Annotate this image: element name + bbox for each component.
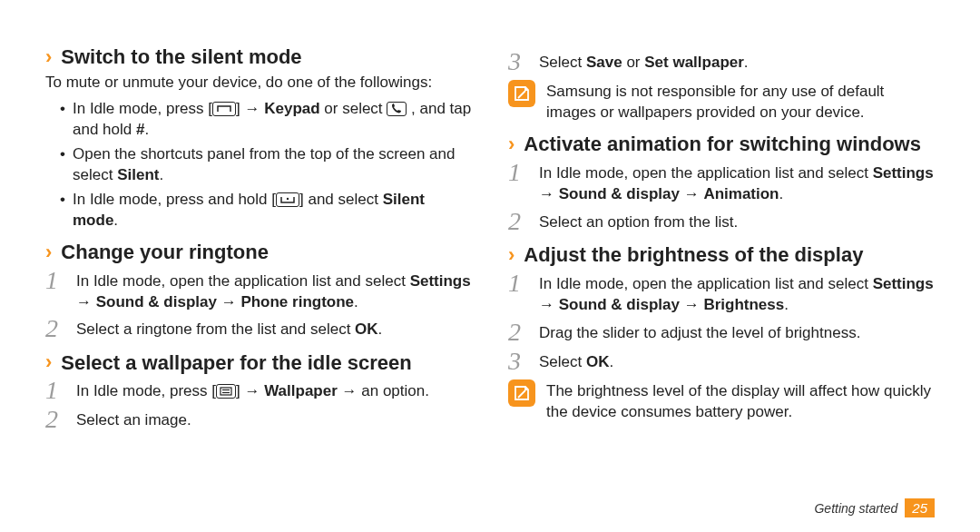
step: 3 Select Save or Set wallpaper. bbox=[508, 49, 935, 74]
section-title: Change your ringtone bbox=[61, 241, 269, 263]
section-title: Select a wallpaper for the idle screen bbox=[61, 351, 411, 374]
step-number: 2 bbox=[508, 320, 528, 345]
note-text: Samsung is not responsible for any use o… bbox=[546, 80, 935, 123]
step-number: 1 bbox=[508, 271, 528, 296]
section-title: Switch to the silent mode bbox=[61, 45, 301, 68]
section-title: Activate animation for switching windows bbox=[524, 133, 921, 155]
menu-key-icon bbox=[216, 384, 236, 399]
step-number: 2 bbox=[45, 407, 65, 432]
step-text: In Idle mode, open the application list … bbox=[539, 271, 935, 316]
note: Samsung is not responsible for any use o… bbox=[508, 80, 935, 123]
step-number: 3 bbox=[508, 49, 528, 74]
note: The brightness level of the display will… bbox=[508, 379, 935, 423]
page-number: 25 bbox=[905, 498, 935, 517]
svg-point-0 bbox=[287, 197, 289, 199]
step-number: 1 bbox=[45, 378, 65, 403]
section-silent-mode: › Switch to the silent mode bbox=[45, 45, 472, 69]
step-text: In Idle mode, press [] → Wallpaper → an … bbox=[76, 378, 472, 402]
right-column: 3 Select Save or Set wallpaper. Samsung … bbox=[508, 45, 935, 436]
step-text: In Idle mode, open the application list … bbox=[76, 268, 472, 313]
step-number: 2 bbox=[508, 209, 528, 234]
step-number: 2 bbox=[45, 316, 65, 341]
step-text: Select a ringtone from the list and sele… bbox=[76, 316, 472, 340]
bullet-item: In Idle mode, press [] → Keypad or selec… bbox=[60, 99, 472, 141]
note-icon bbox=[508, 80, 535, 107]
step-text: Select OK. bbox=[539, 349, 935, 373]
chevron-icon: › bbox=[508, 133, 514, 156]
step-text: Select an option from the list. bbox=[539, 209, 935, 233]
step: 2 Drag the slider to adjust the level of… bbox=[508, 320, 935, 345]
step-text: Select Save or Set wallpaper. bbox=[539, 49, 935, 74]
step-number: 1 bbox=[508, 160, 528, 185]
section-ringtone: › Change your ringtone bbox=[45, 241, 472, 264]
step: 1 In Idle mode, open the application lis… bbox=[508, 271, 935, 316]
step: 1 In Idle mode, open the application lis… bbox=[45, 268, 472, 313]
section-animation: › Activate animation for switching windo… bbox=[508, 133, 935, 156]
chevron-icon: › bbox=[45, 45, 52, 69]
section-title: Adjust the brightness of the display bbox=[524, 243, 863, 266]
phone-icon bbox=[387, 102, 407, 116]
note-text: The brightness level of the display will… bbox=[546, 379, 935, 423]
step: 1 In Idle mode, open the application lis… bbox=[508, 160, 935, 205]
power-key-icon bbox=[276, 192, 299, 207]
step-number: 1 bbox=[45, 268, 65, 293]
intro-text: To mute or unmute your device, do one of… bbox=[45, 73, 472, 94]
chevron-icon: › bbox=[508, 243, 514, 267]
left-column: › Switch to the silent mode To mute or u… bbox=[45, 45, 472, 436]
step: 1 In Idle mode, press [] → Wallpaper → a… bbox=[45, 378, 472, 403]
bullet-list: In Idle mode, press [] → Keypad or selec… bbox=[45, 99, 472, 232]
step-number: 3 bbox=[508, 349, 528, 374]
svg-rect-1 bbox=[220, 388, 231, 395]
bullet-item: Open the shortcuts panel from the top of… bbox=[60, 144, 472, 186]
step: 3 Select OK. bbox=[508, 349, 935, 374]
footer: Getting started 25 bbox=[814, 498, 935, 517]
footer-label: Getting started bbox=[814, 501, 897, 516]
send-key-icon bbox=[212, 102, 236, 116]
section-wallpaper: › Select a wallpaper for the idle screen bbox=[45, 350, 472, 374]
chevron-icon: › bbox=[45, 350, 52, 374]
chevron-icon: › bbox=[45, 241, 52, 264]
step-text: Drag the slider to adjust the level of b… bbox=[539, 320, 935, 344]
step-text: Select an image. bbox=[76, 407, 472, 431]
step-text: In Idle mode, open the application list … bbox=[539, 160, 935, 205]
step: 2 Select an option from the list. bbox=[508, 209, 935, 234]
note-icon bbox=[508, 379, 535, 407]
step: 2 Select an image. bbox=[45, 407, 472, 432]
section-brightness: › Adjust the brightness of the display bbox=[508, 243, 935, 267]
step: 2 Select a ringtone from the list and se… bbox=[45, 316, 472, 341]
bullet-item: In Idle mode, press and hold [] and sele… bbox=[60, 190, 472, 232]
